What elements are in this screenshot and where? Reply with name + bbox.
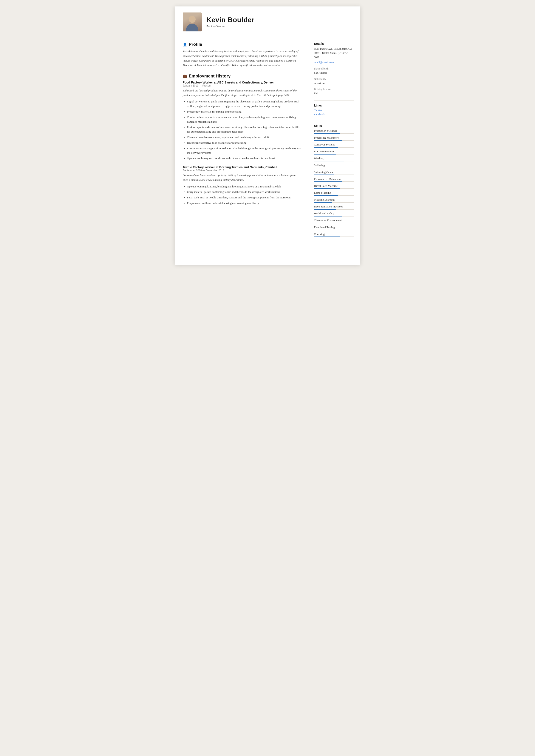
list-item: Signal co-workers to guide them regardin… [187, 99, 301, 108]
list-item: Deconstruct defective food products for … [187, 141, 301, 145]
skill-name: Welding [314, 157, 354, 160]
skills-section: Skills Production Methods Processing Mac… [314, 124, 354, 237]
skill-bar-fill [314, 133, 340, 134]
resume-container: Kevin Boulder Factory Worker 👤 Profile T… [175, 7, 360, 265]
profile-text: Task driven and methodical Factory Worke… [183, 49, 301, 68]
skill-bar-fill [314, 182, 342, 182]
profile-section: 👤 Profile Task driven and methodical Fac… [183, 42, 301, 68]
skill-item: Checking [314, 233, 354, 237]
employment-icon: 💼 [183, 74, 187, 78]
skill-bar-fill [314, 195, 338, 196]
skill-bar-bg [314, 133, 354, 134]
skill-item: Soldering [314, 163, 354, 168]
list-item: Fetch tools such as needle threaders, sc… [187, 195, 301, 200]
skill-bar-bg [314, 216, 354, 216]
skill-item: Health and Safety [314, 212, 354, 216]
skill-item: Machine Learning [314, 198, 354, 203]
employment-header: 💼 Employment History [183, 73, 301, 78]
skill-bar-bg [314, 175, 354, 175]
skill-name: Cleanroom Environment [314, 219, 354, 222]
candidate-title: Factory Worker [206, 25, 254, 28]
skill-bar-fill [314, 168, 338, 168]
twitter-link[interactable]: Twitter [314, 109, 354, 112]
job-2: Textile Factory Worker at Borning Textil… [183, 165, 301, 206]
skill-item: Preventative Maintenance [314, 177, 354, 182]
job-1: Food Factory Worker at ABC Sweets and Co… [183, 81, 301, 161]
skill-bar-bg [314, 140, 354, 141]
job-1-title: Food Factory Worker at ABC Sweets and Co… [183, 81, 301, 84]
avatar [183, 13, 202, 31]
skill-bar-fill [314, 216, 342, 216]
skill-name: Skimming Gears [314, 170, 354, 174]
skill-name: Lathe Machine [314, 191, 354, 195]
skill-bar-bg [314, 237, 354, 237]
skill-bar-fill [314, 202, 332, 203]
job-2-title: Textile Factory Worker at Borning Textil… [183, 165, 301, 169]
skill-bar-bg [314, 182, 354, 182]
right-column: Details 1515 Pacific Ave, Los Angeles, C… [308, 36, 360, 265]
list-item: Ensure a constant supply of ingredients … [187, 146, 301, 155]
skill-name: Checking [314, 233, 354, 236]
skill-item: Processing Machinery [314, 136, 354, 141]
skill-item: Cleanroom Environment [314, 219, 354, 223]
skill-name: PLC Programming [314, 150, 354, 153]
job-2-date: September 2016 — December 2018 [183, 169, 301, 172]
employment-title: Employment History [189, 73, 231, 78]
profile-header: 👤 Profile [183, 42, 301, 47]
skill-bar-bg [314, 230, 354, 230]
links-title: Links [314, 104, 354, 107]
driving-license-label: Driving license [314, 88, 354, 91]
skill-name: Direct Feed Machine [314, 184, 354, 188]
job-1-desc: Enhanced the finished product's quality … [183, 89, 301, 98]
nationality-label: Nationality [314, 77, 354, 81]
profile-icon: 👤 [183, 42, 187, 46]
skill-item: Production Methods [314, 129, 354, 134]
skill-bar-bg [314, 161, 354, 161]
list-item: Operate machinery such as slicers and cu… [187, 156, 301, 161]
skill-bar-bg [314, 209, 354, 210]
place-of-birth-label: Place of birth [314, 67, 354, 70]
skill-bar-bg [314, 188, 354, 189]
skill-bar-fill [314, 154, 336, 154]
skill-name: Processing Machinery [314, 136, 354, 139]
skill-bar-bg [314, 154, 354, 154]
list-item: Conduct minor repairs to equipment and m… [187, 115, 301, 124]
skill-item: Skimming Gears [314, 170, 354, 175]
nationality-value: American [314, 81, 354, 85]
skill-item: Conveyor Systems [314, 143, 354, 148]
skill-name: Conveyor Systems [314, 143, 354, 146]
list-item: Carry material pallets containing fabric… [187, 190, 301, 194]
facebook-link[interactable]: Facebook [314, 113, 354, 116]
job-1-date: January 2019 — Present [183, 84, 301, 87]
skill-bar-bg [314, 202, 354, 203]
skill-bar-bg [314, 147, 354, 148]
skill-name: Deep Sanitation Practices [314, 205, 354, 208]
list-item: Operate looming, knitting, braiding and … [187, 184, 301, 189]
links-section: Links Twitter Facebook [314, 104, 354, 116]
details-section: Details 1515 Pacific Ave, Los Angeles, C… [314, 42, 354, 96]
candidate-name: Kevin Boulder [206, 16, 254, 24]
skill-bar-fill [314, 175, 334, 175]
details-title: Details [314, 42, 354, 45]
list-item: Program and calibrate industrial sewing … [187, 201, 301, 206]
skill-item: PLC Programming [314, 150, 354, 154]
skill-bar-fill [314, 140, 342, 141]
list-item: Prepare raw materials for mixing and pro… [187, 110, 301, 114]
skill-name: Functional Testing [314, 226, 354, 229]
skill-bar-fill [314, 209, 336, 210]
divider-2 [314, 121, 354, 121]
skill-item: Direct Feed Machine [314, 184, 354, 189]
details-address: 1515 Pacific Ave, Los Angeles, CA 90291,… [314, 47, 354, 59]
skill-item: Functional Testing [314, 226, 354, 230]
header-section: Kevin Boulder Factory Worker [175, 7, 360, 36]
place-of-birth-value: San Antonio [314, 71, 354, 75]
skill-bar-bg [314, 195, 354, 196]
details-email: email@email.com [314, 60, 354, 64]
job-1-bullets: Signal co-workers to guide them regardin… [183, 99, 301, 161]
skill-item: Deep Sanitation Practices [314, 205, 354, 210]
driving-license-value: Full [314, 92, 354, 96]
skill-bar-fill [314, 237, 340, 237]
skill-name: Machine Learning [314, 198, 354, 201]
skill-bar-fill [314, 147, 338, 148]
profile-title: Profile [189, 42, 202, 47]
